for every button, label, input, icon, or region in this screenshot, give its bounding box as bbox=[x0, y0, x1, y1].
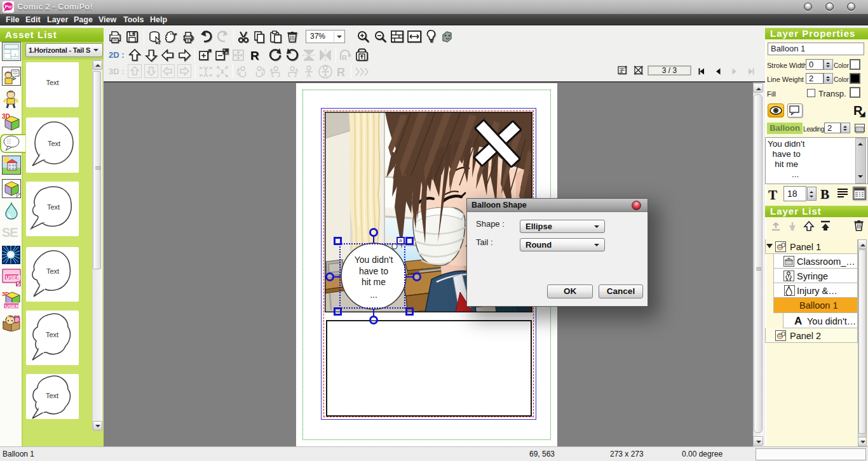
svg-text:Po!: Po! bbox=[5, 4, 13, 10]
svg-text:USER: USER bbox=[6, 274, 21, 281]
svg-text:Text: Text bbox=[47, 203, 60, 211]
svg-text:Text: Text bbox=[48, 140, 60, 147]
svg-text:R: R bbox=[342, 54, 347, 62]
svg-text:R: R bbox=[250, 49, 259, 62]
svg-text:USER: USER bbox=[5, 304, 19, 309]
svg-text:R: R bbox=[337, 66, 345, 79]
svg-text:Text: Text bbox=[46, 267, 59, 275]
svg-text:Text: Text bbox=[46, 392, 58, 399]
svg-text:Text: Text bbox=[46, 331, 58, 338]
